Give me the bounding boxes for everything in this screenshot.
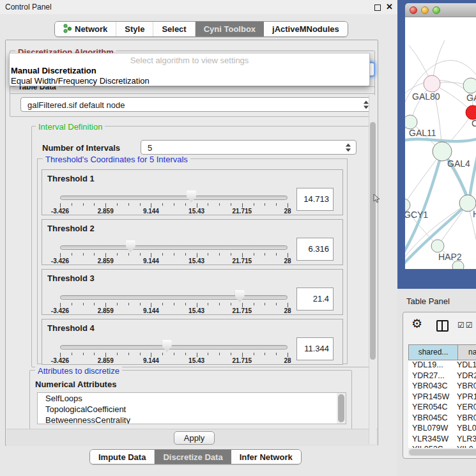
tick-label: 2.859 [85,208,126,215]
slider-tick [140,353,141,355]
numerical-attributes-list[interactable]: SelfLoopsTopologicalCoefficientBetweenne… [37,392,346,424]
table-row[interactable]: YLR345WYLR3 [408,434,476,445]
slider-tick [242,253,243,257]
interval-definition-fieldset: Interval Definition Number of Intervals … [31,126,375,367]
network-node-gal80[interactable] [424,75,440,92]
slider-tick [185,353,186,355]
network-canvas[interactable]: GAL80GACGAL11GAL4GCY1HHAP2 [405,17,476,269]
table-cell: YER054C [408,403,454,413]
network-icon [63,24,72,35]
checkbox-icons[interactable]: ☑☑ [457,321,474,330]
slider-thumb[interactable] [126,240,135,252]
close-icon[interactable]: ✕ [386,2,393,12]
tab-label: Impute Data [98,452,146,462]
table-row[interactable]: YDL19...YDL1 [408,360,476,371]
network-window-titlebar[interactable] [405,3,476,17]
tab-label: Select [162,24,186,34]
number-of-intervals-combobox[interactable]: 5 [141,140,357,155]
tab-impute-data[interactable]: Impute Data [90,450,155,464]
threshold-value-field[interactable]: 6.316 [296,238,334,261]
slider-tick [254,353,254,355]
threshold-label: Threshold 2 [47,224,95,233]
slider-tick [117,353,118,355]
table-data-combobox[interactable]: galFiltered.sif default node [20,97,374,112]
tick-label: -3.426 [40,307,81,314]
table-body[interactable]: YDL19...YDL1YDR27...YDR2YBR043CYBR0YPR14… [408,360,476,448]
slider-track[interactable] [60,245,288,250]
slider-thumb[interactable] [235,290,245,302]
tab-infer-network[interactable]: Infer Network [231,450,301,464]
tab-cyni-toolbox[interactable]: Cyni Toolbox [196,22,264,36]
table-row[interactable]: YIL052CYIL0 [408,445,476,448]
list-item-topologicalcoefficient[interactable]: TopologicalCoefficient [38,404,346,415]
slider-track[interactable] [60,345,288,349]
table-data-combo-value: galFiltered.sif default node [27,100,125,109]
slider-tick [94,353,95,355]
popup-option-manual-discretization[interactable]: Manual Discretization [11,66,96,75]
slider-tick [83,253,84,256]
network-node-ga[interactable] [463,78,476,93]
list-item-betweennesscentrality[interactable]: BetweennessCentrality [38,415,346,424]
table-cell: YDL19... [408,360,454,371]
slider-track[interactable] [60,295,288,300]
slider-tick [151,303,151,307]
slider-tick [276,303,277,305]
slider-tick [60,303,61,307]
threshold-value-field[interactable]: 11.344 [296,337,334,360]
table-cell: YBL079W [408,424,454,434]
table-horizontal-scrollbar[interactable] [408,449,476,456]
tab-select[interactable]: Select [153,22,195,36]
mouse-cursor [373,194,380,203]
network-node[interactable] [452,261,464,269]
threshold-value-field[interactable]: 14.713 [296,188,334,211]
table-scrollbar-thumb[interactable] [409,449,476,456]
stepper-arrows-icon [346,143,351,151]
tab-label: jActiveMNodules [272,24,339,34]
split-table-icon[interactable] [436,320,449,332]
table-row[interactable]: YBR043CYBR0 [408,381,476,392]
table-cell: YDR2 [454,371,476,382]
table-header-row: shared... na [408,344,476,360]
slider-tick [174,353,174,355]
control-panel-title: Control Panel [5,3,52,12]
table-row[interactable]: YER054CYER0 [408,403,476,413]
slider-thumb[interactable] [162,340,172,352]
thresholds-fieldset: Threshold's Coordinates for 5 Intervals … [37,158,348,364]
tab-discretize-data[interactable]: Discretize Data [155,450,231,464]
apply-button[interactable]: Apply [174,431,215,445]
table-row[interactable]: YBL079WYBL0 [408,424,476,434]
attributes-scrollbar[interactable] [337,393,346,424]
slider-thumb[interactable] [187,190,196,203]
table-row[interactable]: YPR145WYPR1 [408,392,476,403]
gear-icon[interactable]: ⚙ [411,316,422,331]
table-row[interactable]: YDR27...YDR2 [408,371,476,382]
tab-style[interactable]: Style [116,22,153,36]
tab-network[interactable]: Network [55,22,116,36]
panel-scrollbar-thumb[interactable] [370,122,376,360]
panel-vertical-scrollbar[interactable] [369,95,376,444]
column-header-shared[interactable]: shared... [408,344,458,360]
zoom-traffic-light-icon[interactable] [433,6,440,14]
slider-tick [197,353,197,357]
tab-label: Cyni Toolbox [204,24,256,34]
list-item-selfloops[interactable]: SelfLoops [38,393,346,404]
close-traffic-light-icon[interactable] [410,6,417,14]
thresholds-legend: Threshold's Coordinates for 5 Intervals [43,155,190,164]
table-panel-card: ⚙ ☑☑ shared... na YDL19...YDL1YDR27...YD… [403,312,476,459]
minimize-traffic-light-icon[interactable] [421,6,429,14]
table-row[interactable]: YBR045CYBR0 [408,413,476,424]
column-header-name[interactable]: na [458,344,476,360]
slider-tick [185,303,186,305]
threshold-label: Threshold 3 [47,273,95,283]
threshold-list: Threshold 1-3.4262.8599.14415.4321.71528… [42,169,344,369]
popup-option-equal-width-frequency[interactable]: Equal Width/Frequency Discretization [11,76,150,86]
slider-track[interactable] [60,196,288,200]
network-node-gal11[interactable] [405,115,417,129]
tab-jactivemnodules[interactable]: jActiveMNodules [264,22,348,36]
table-cell: YER0 [454,403,476,413]
slider-tick [185,253,186,256]
float-window-icon[interactable] [374,4,381,11]
threshold-value-field[interactable]: 21.4 [296,288,334,311]
network-node-hap2[interactable] [431,240,444,252]
attributes-scrollbar-thumb[interactable] [338,394,344,422]
